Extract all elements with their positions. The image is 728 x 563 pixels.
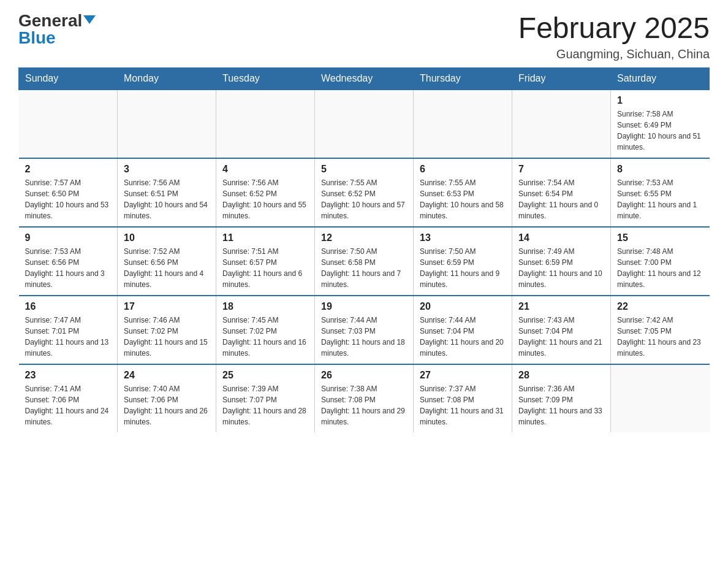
- calendar-cell: 9Sunrise: 7:53 AMSunset: 6:56 PMDaylight…: [19, 227, 118, 296]
- calendar-cell: 20Sunrise: 7:44 AMSunset: 7:04 PMDayligh…: [414, 296, 512, 364]
- day-info: Sunrise: 7:42 AMSunset: 7:05 PMDaylight:…: [617, 315, 703, 359]
- day-number: 11: [222, 232, 308, 243]
- calendar-cell: 3Sunrise: 7:56 AMSunset: 6:51 PMDaylight…: [118, 158, 216, 227]
- calendar-cell: [611, 364, 710, 432]
- day-number: 4: [222, 164, 308, 175]
- weekday-header-thursday: Thursday: [414, 67, 512, 90]
- weekday-header-row: SundayMondayTuesdayWednesdayThursdayFrid…: [19, 67, 710, 90]
- calendar-cell: 22Sunrise: 7:42 AMSunset: 7:05 PMDayligh…: [611, 296, 710, 364]
- day-number: 6: [420, 164, 506, 175]
- calendar-cell: 14Sunrise: 7:49 AMSunset: 6:59 PMDayligh…: [512, 227, 611, 296]
- calendar-title: February 2025: [518, 12, 710, 45]
- page-header: General Blue February 2025 Guangming, Si…: [18, 12, 710, 61]
- day-number: 24: [124, 370, 210, 381]
- day-number: 9: [25, 232, 112, 243]
- day-number: 3: [124, 164, 210, 175]
- day-number: 2: [25, 164, 112, 175]
- day-info: Sunrise: 7:52 AMSunset: 6:56 PMDaylight:…: [124, 246, 210, 290]
- calendar-cell: [512, 90, 611, 158]
- week-row-1: 1Sunrise: 7:58 AMSunset: 6:49 PMDaylight…: [19, 90, 710, 158]
- calendar-subtitle: Guangming, Sichuan, China: [518, 47, 710, 61]
- day-number: 27: [420, 370, 506, 381]
- calendar-cell: 4Sunrise: 7:56 AMSunset: 6:52 PMDaylight…: [216, 158, 315, 227]
- day-number: 15: [617, 232, 703, 243]
- day-info: Sunrise: 7:53 AMSunset: 6:56 PMDaylight:…: [25, 246, 112, 290]
- calendar-cell: 12Sunrise: 7:50 AMSunset: 6:58 PMDayligh…: [315, 227, 414, 296]
- day-number: 20: [420, 301, 506, 312]
- day-info: Sunrise: 7:46 AMSunset: 7:02 PMDaylight:…: [124, 315, 210, 359]
- day-number: 17: [124, 301, 210, 312]
- logo: General Blue: [18, 12, 96, 47]
- calendar-table: SundayMondayTuesdayWednesdayThursdayFrid…: [18, 67, 710, 432]
- calendar-cell: 10Sunrise: 7:52 AMSunset: 6:56 PMDayligh…: [118, 227, 216, 296]
- day-info: Sunrise: 7:51 AMSunset: 6:57 PMDaylight:…: [222, 246, 308, 290]
- week-row-3: 9Sunrise: 7:53 AMSunset: 6:56 PMDaylight…: [19, 227, 710, 296]
- day-number: 12: [321, 232, 407, 243]
- weekday-header-tuesday: Tuesday: [216, 67, 315, 90]
- calendar-cell: [19, 90, 118, 158]
- week-row-4: 16Sunrise: 7:47 AMSunset: 7:01 PMDayligh…: [19, 296, 710, 364]
- calendar-cell: 26Sunrise: 7:38 AMSunset: 7:08 PMDayligh…: [315, 364, 414, 432]
- day-info: Sunrise: 7:55 AMSunset: 6:53 PMDaylight:…: [420, 177, 506, 221]
- calendar-cell: 1Sunrise: 7:58 AMSunset: 6:49 PMDaylight…: [611, 90, 710, 158]
- day-info: Sunrise: 7:55 AMSunset: 6:52 PMDaylight:…: [321, 177, 407, 221]
- day-info: Sunrise: 7:56 AMSunset: 6:51 PMDaylight:…: [124, 177, 210, 221]
- day-info: Sunrise: 7:56 AMSunset: 6:52 PMDaylight:…: [222, 177, 308, 221]
- calendar-cell: 13Sunrise: 7:50 AMSunset: 6:59 PMDayligh…: [414, 227, 512, 296]
- day-info: Sunrise: 7:54 AMSunset: 6:54 PMDaylight:…: [518, 177, 604, 221]
- calendar-cell: 25Sunrise: 7:39 AMSunset: 7:07 PMDayligh…: [216, 364, 315, 432]
- day-info: Sunrise: 7:44 AMSunset: 7:04 PMDaylight:…: [420, 315, 506, 359]
- calendar-cell: 28Sunrise: 7:36 AMSunset: 7:09 PMDayligh…: [512, 364, 611, 432]
- day-number: 1: [617, 95, 703, 106]
- calendar-cell: [315, 90, 414, 158]
- day-info: Sunrise: 7:41 AMSunset: 7:06 PMDaylight:…: [25, 383, 112, 427]
- day-info: Sunrise: 7:47 AMSunset: 7:01 PMDaylight:…: [25, 315, 112, 359]
- calendar-cell: 19Sunrise: 7:44 AMSunset: 7:03 PMDayligh…: [315, 296, 414, 364]
- day-info: Sunrise: 7:38 AMSunset: 7:08 PMDaylight:…: [321, 383, 407, 427]
- day-number: 21: [518, 301, 604, 312]
- calendar-cell: [414, 90, 512, 158]
- day-info: Sunrise: 7:44 AMSunset: 7:03 PMDaylight:…: [321, 315, 407, 359]
- day-info: Sunrise: 7:50 AMSunset: 6:59 PMDaylight:…: [420, 246, 506, 290]
- logo-triangle-icon: [83, 15, 96, 24]
- calendar-cell: 15Sunrise: 7:48 AMSunset: 7:00 PMDayligh…: [611, 227, 710, 296]
- day-info: Sunrise: 7:36 AMSunset: 7:09 PMDaylight:…: [518, 383, 604, 427]
- day-info: Sunrise: 7:53 AMSunset: 6:55 PMDaylight:…: [617, 177, 703, 221]
- week-row-5: 23Sunrise: 7:41 AMSunset: 7:06 PMDayligh…: [19, 364, 710, 432]
- calendar-cell: 24Sunrise: 7:40 AMSunset: 7:06 PMDayligh…: [118, 364, 216, 432]
- day-number: 19: [321, 301, 407, 312]
- day-number: 18: [222, 301, 308, 312]
- calendar-cell: [118, 90, 216, 158]
- calendar-cell: 23Sunrise: 7:41 AMSunset: 7:06 PMDayligh…: [19, 364, 118, 432]
- calendar-cell: [216, 90, 315, 158]
- calendar-cell: 21Sunrise: 7:43 AMSunset: 7:04 PMDayligh…: [512, 296, 611, 364]
- weekday-header-wednesday: Wednesday: [315, 67, 414, 90]
- day-info: Sunrise: 7:39 AMSunset: 7:07 PMDaylight:…: [222, 383, 308, 427]
- day-number: 26: [321, 370, 407, 381]
- day-info: Sunrise: 7:50 AMSunset: 6:58 PMDaylight:…: [321, 246, 407, 290]
- calendar-cell: 2Sunrise: 7:57 AMSunset: 6:50 PMDaylight…: [19, 158, 118, 227]
- calendar-cell: 16Sunrise: 7:47 AMSunset: 7:01 PMDayligh…: [19, 296, 118, 364]
- calendar-cell: 5Sunrise: 7:55 AMSunset: 6:52 PMDaylight…: [315, 158, 414, 227]
- day-number: 13: [420, 232, 506, 243]
- weekday-header-friday: Friday: [512, 67, 611, 90]
- calendar-cell: 8Sunrise: 7:53 AMSunset: 6:55 PMDaylight…: [611, 158, 710, 227]
- day-info: Sunrise: 7:58 AMSunset: 6:49 PMDaylight:…: [617, 109, 703, 153]
- day-info: Sunrise: 7:37 AMSunset: 7:08 PMDaylight:…: [420, 383, 506, 427]
- day-number: 14: [518, 232, 604, 243]
- day-info: Sunrise: 7:48 AMSunset: 7:00 PMDaylight:…: [617, 246, 703, 290]
- logo-blue-text: Blue: [18, 29, 56, 47]
- day-number: 8: [617, 164, 703, 175]
- weekday-header-saturday: Saturday: [611, 67, 710, 90]
- day-number: 10: [124, 232, 210, 243]
- day-number: 28: [518, 370, 604, 381]
- day-number: 25: [222, 370, 308, 381]
- day-number: 16: [25, 301, 112, 312]
- title-section: February 2025 Guangming, Sichuan, China: [518, 12, 710, 61]
- day-info: Sunrise: 7:57 AMSunset: 6:50 PMDaylight:…: [25, 177, 112, 221]
- day-number: 5: [321, 164, 407, 175]
- calendar-cell: 17Sunrise: 7:46 AMSunset: 7:02 PMDayligh…: [118, 296, 216, 364]
- day-info: Sunrise: 7:45 AMSunset: 7:02 PMDaylight:…: [222, 315, 308, 359]
- day-number: 23: [25, 370, 112, 381]
- day-info: Sunrise: 7:40 AMSunset: 7:06 PMDaylight:…: [124, 383, 210, 427]
